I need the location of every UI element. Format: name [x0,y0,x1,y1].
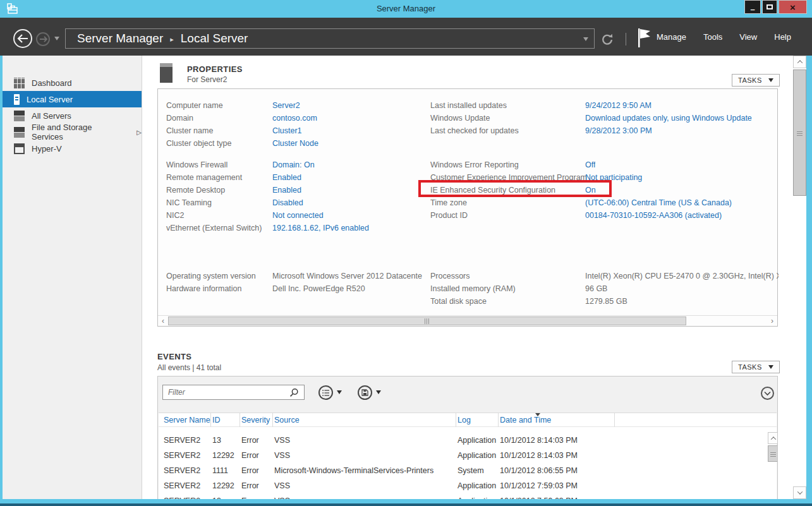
property-group: Last installed updates 9/24/2012 9:50 AM… [430,99,779,137]
properties-left-column: Computer name Server2 Domain contoso.com… [166,89,422,326]
sidebar-item[interactable]: File and Storage Services ▷ [3,124,142,140]
sidebar-item-label: File and Storage Services [32,123,124,142]
column-header[interactable]: Server Name [162,413,211,427]
notifications-flag-icon[interactable] [637,28,651,51]
breadcrumb-dropdown-icon[interactable] [583,37,588,41]
scroll-left-arrow[interactable]: ‹ [158,316,168,326]
collapse-chevron-icon [764,391,771,396]
menu-item[interactable]: Tools [703,32,722,42]
column-header[interactable]: Date and Time [499,413,615,427]
scroll-right-arrow[interactable]: › [767,316,777,326]
save-query-button[interactable] [358,385,372,400]
horizontal-scroll-thumb[interactable] [168,316,686,325]
property-value-link[interactable]: Server2 [272,101,300,110]
sidebar-item[interactable]: Local Server [3,91,142,107]
property-label: Last installed updates [430,101,585,110]
nav-history-caret-icon[interactable] [54,37,59,40]
property-row: Cluster object type Cluster Node [166,137,422,150]
property-group: Processors Intel(R) Xeon(R) CPU E5-2470 … [430,270,779,308]
property-value-link[interactable]: Enabled [272,186,301,195]
property-row: Last installed updates 9/24/2012 9:50 AM [430,99,779,112]
tasks-dropdown-icon [768,78,773,82]
property-value-link[interactable]: 00184-70310-10592-AA306 (activated) [585,211,722,220]
collapse-section-button[interactable] [761,387,774,400]
sidebar-item-label: Dashboard [32,78,72,88]
back-button[interactable] [13,29,32,48]
list-options-dropdown-icon[interactable] [337,390,342,394]
property-label: Total disk space [430,297,585,306]
event-id: 12292 [211,451,240,460]
property-value-link[interactable]: Cluster Node [272,139,318,148]
scroll-down-arrow[interactable] [793,486,806,499]
property-row: Cluster name Cluster1 [166,124,422,137]
property-label: Cluster name [166,126,272,135]
event-severity: Error [240,466,273,475]
property-label: vEthernet (External Switch) [166,224,272,232]
column-header[interactable]: Source [273,413,456,427]
event-row[interactable]: SERVER2 13 Error VSS Application 10/1/20… [159,433,777,448]
arrow-left-icon [17,34,28,43]
maximize-button[interactable] [762,0,777,14]
property-value-link[interactable]: Off [585,160,595,169]
property-value-link[interactable]: 9/28/2012 3:00 PM [585,126,652,135]
menu-item[interactable]: Manage [657,32,686,42]
event-id: 13 [211,436,240,445]
property-value-link[interactable]: Enabled [272,173,301,182]
property-value-link[interactable]: 9/24/2012 9:50 AM [585,101,651,110]
property-label: Installed memory (RAM) [430,284,585,293]
events-scroll-thumb[interactable] [768,445,778,462]
column-header[interactable]: Severity [240,413,273,427]
column-header[interactable]: Log [456,413,499,427]
main-scroll-thumb[interactable] [793,69,806,196]
sidebar-item[interactable]: All Servers [3,107,142,124]
save-query-dropdown-icon[interactable] [376,390,381,394]
property-value: 96 GB [585,284,607,293]
menu-item[interactable]: View [739,32,757,42]
events-section-title: EVENTS [157,352,191,361]
property-value: Dell Inc. PowerEdge R520 [272,284,365,293]
sidebar-item[interactable]: Hyper-V [3,140,142,157]
list-options-button[interactable] [318,385,333,400]
sidebar-item-icon [14,78,25,88]
event-row[interactable]: SERVER2 13 Error VSS Application 10/1/20… [159,493,777,499]
scroll-grip [770,451,776,457]
property-value-link[interactable]: 192.168.1.62, IPv6 enabled [272,224,369,232]
property-value-link[interactable]: Cluster1 [272,126,302,135]
property-value-link[interactable]: Domain: On [272,160,315,169]
event-id: 1111 [211,466,240,475]
event-row[interactable]: SERVER2 12292 Error VSS Application 10/1… [159,448,777,463]
titlebar: Server Manager – × [0,0,812,18]
event-severity: Error [240,481,273,490]
scroll-up-arrow[interactable] [793,56,806,68]
minimize-button[interactable]: – [744,0,761,14]
property-value-link[interactable]: Not connected [272,211,324,220]
property-value-link[interactable]: Download updates only, using Windows Upd… [585,114,752,123]
property-row: Hardware information Dell Inc. PowerEdge… [166,282,422,295]
breadcrumb-current[interactable]: Local Server [181,32,248,45]
sidebar-item-label: Local Server [27,95,73,104]
property-label: Processors [430,272,585,280]
breadcrumb-root[interactable]: Server Manager [77,32,163,45]
window-border-bottom-dark [0,503,812,506]
sidebar-item[interactable]: Dashboard [3,75,142,91]
column-header[interactable]: ID [211,413,240,427]
event-log: System [456,466,499,475]
events-filter-input[interactable] [162,385,305,400]
refresh-button[interactable] [599,32,615,48]
list-options-icon [322,389,330,397]
property-value-link[interactable]: Disabled [272,198,303,207]
close-button[interactable]: × [779,0,807,14]
property-value-link[interactable]: contoso.com [272,114,317,123]
event-row[interactable]: SERVER2 1111 Error Microsoft-Windows-Ter… [159,463,777,478]
scroll-grip [797,130,803,136]
property-value-link[interactable]: (UTC-06:00) Central Time (US & Canada) [585,198,732,207]
forward-button[interactable] [36,32,50,46]
sidebar: Dashboard Local Server All Servers File … [3,56,142,499]
property-row: Domain contoso.com [166,112,422,124]
properties-tasks-button[interactable]: TASKS [732,74,780,87]
tasks-label: TASKS [738,76,762,84]
events-tasks-button[interactable]: TASKS [732,361,780,373]
event-row[interactable]: SERVER2 12292 Error VSS Application 10/1… [159,478,777,493]
menu-item[interactable]: Help [774,32,791,42]
scroll-up-arrow[interactable] [768,432,778,444]
